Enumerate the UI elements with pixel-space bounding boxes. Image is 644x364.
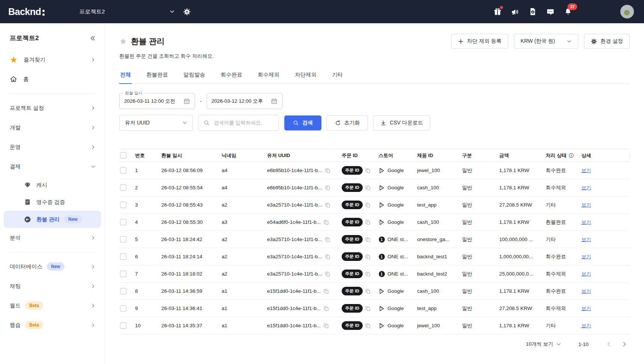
currency-select[interactable]: KRW (한국 원) — [514, 34, 578, 49]
copy-icon[interactable] — [365, 202, 371, 208]
detail-view-link[interactable]: 보기 — [581, 288, 591, 295]
sidebar-item-database[interactable]: 데이터베이스 New — [0, 257, 105, 276]
order-id-pill[interactable]: 주문 ID — [342, 287, 363, 295]
docs-icon[interactable] — [528, 7, 537, 16]
date-from-input[interactable]: 환불 일시 2026-03-11 12:00 오전 — [119, 93, 195, 109]
detail-view-link[interactable]: 보기 — [581, 236, 591, 243]
tab-all[interactable]: 전체 — [119, 71, 132, 84]
sidebar-item-analytics[interactable]: 분석 — [0, 228, 105, 247]
tab-recovery-complete[interactable]: 회수완료 — [220, 71, 243, 84]
chat-icon[interactable] — [545, 7, 555, 16]
tab-refund-complete[interactable]: 환불완료 — [146, 71, 169, 84]
calendar-icon[interactable] — [271, 98, 278, 105]
detail-view-link[interactable]: 보기 — [581, 202, 591, 208]
sidebar-item-development[interactable]: 개발 — [0, 118, 105, 137]
tab-other[interactable]: 기타 — [331, 71, 344, 84]
detail-view-link[interactable]: 보기 — [581, 305, 591, 312]
row-checkbox[interactable] — [120, 322, 126, 329]
search-input[interactable] — [213, 120, 274, 126]
detail-view-link[interactable]: 보기 — [581, 253, 591, 260]
sidebar-item-project-settings[interactable]: 프로젝트 설정 — [0, 98, 105, 118]
csv-download-button[interactable]: CSV 다운로드 — [373, 115, 430, 130]
sidebar-item-chat[interactable]: 채팅 — [0, 276, 105, 296]
project-settings-gear-icon[interactable] — [183, 8, 191, 16]
copy-icon[interactable] — [325, 185, 330, 190]
row-checkbox[interactable] — [120, 236, 126, 243]
previous-page-button[interactable] — [606, 341, 612, 347]
sidebar-item-webshop[interactable]: 웹숍 Beta — [0, 315, 105, 335]
reset-button[interactable]: 초기화 — [327, 115, 368, 130]
double-chevron-left-icon[interactable] — [90, 35, 96, 41]
favorite-star-icon[interactable] — [119, 37, 127, 45]
order-id-pill[interactable]: 주문 ID — [342, 183, 363, 192]
sidebar-item-favorites[interactable]: 즐겨찾기 — [0, 50, 105, 69]
avatar[interactable] — [620, 4, 634, 19]
copy-icon[interactable] — [325, 202, 330, 208]
search-type-select[interactable]: 유저 UUID — [119, 115, 193, 131]
sidebar-item-refund-management[interactable]: 환불 관리 New — [4, 211, 101, 228]
copy-icon[interactable] — [365, 237, 371, 242]
row-checkbox[interactable] — [120, 253, 126, 260]
row-checkbox[interactable] — [120, 219, 126, 225]
bell-icon[interactable]: 37 — [563, 7, 573, 16]
sidebar-item-world[interactable]: 월드 Beta — [0, 296, 105, 315]
sidebar-item-operations[interactable]: 운영 — [0, 137, 105, 157]
copy-icon[interactable] — [323, 323, 329, 328]
copy-icon[interactable] — [365, 185, 371, 190]
copy-icon[interactable] — [325, 168, 330, 173]
copy-icon[interactable] — [365, 168, 371, 173]
copy-icon[interactable] — [365, 288, 371, 294]
megaphone-icon[interactable] — [510, 7, 520, 16]
order-id-pill[interactable]: 주문 ID — [342, 304, 363, 313]
row-checkbox[interactable] — [120, 305, 126, 312]
copy-icon[interactable] — [323, 306, 329, 311]
gift-icon[interactable] — [492, 7, 502, 16]
project-selector[interactable]: 프로젝트2 — [79, 8, 175, 15]
block-exclude-register-button[interactable]: 차단 제외 등록 — [451, 34, 508, 49]
row-checkbox[interactable] — [120, 202, 126, 208]
tab-notification-sent[interactable]: 알림발송 — [183, 71, 206, 84]
copy-icon[interactable] — [365, 271, 371, 277]
copy-icon[interactable] — [325, 254, 330, 259]
environment-settings-button[interactable]: 환경 설정 — [584, 34, 630, 49]
detail-view-link[interactable]: 보기 — [581, 322, 591, 329]
copy-icon[interactable] — [323, 288, 329, 294]
row-checkbox[interactable] — [120, 184, 126, 191]
order-id-pill[interactable]: 주문 ID — [342, 201, 363, 209]
order-id-pill[interactable]: 주문 ID — [342, 252, 363, 261]
copy-icon[interactable] — [323, 219, 329, 225]
copy-icon[interactable] — [325, 271, 330, 277]
info-icon[interactable] — [569, 153, 574, 158]
sidebar-item-payments[interactable]: 결제 — [0, 157, 105, 176]
date-to-input[interactable]: 2026-03-12 12:00 오후 — [207, 93, 282, 109]
copy-icon[interactable] — [365, 219, 371, 225]
next-page-button[interactable] — [621, 341, 627, 347]
order-id-pill[interactable]: 주문 ID — [342, 321, 363, 330]
copy-icon[interactable] — [365, 323, 371, 328]
row-checkbox[interactable] — [120, 271, 126, 277]
sidebar-item-cash[interactable]: 캐시 — [0, 176, 105, 193]
detail-view-link[interactable]: 보기 — [581, 184, 591, 191]
table-row: 9 26-03-11 14:36:41 a1 e15f1dd0-1c4e-11f… — [119, 300, 630, 317]
copy-icon[interactable] — [365, 254, 371, 259]
detail-view-link[interactable]: 보기 — [581, 271, 591, 277]
detail-view-link[interactable]: 보기 — [581, 219, 591, 226]
row-checkbox[interactable] — [120, 167, 126, 174]
tab-recovery-excluded[interactable]: 회수제외 — [257, 71, 280, 84]
select-all-checkbox[interactable] — [120, 152, 126, 159]
copy-icon[interactable] — [365, 306, 371, 311]
calendar-icon[interactable] — [183, 98, 190, 105]
order-id-pill[interactable]: 주문 ID — [342, 166, 363, 175]
sidebar-item-home[interactable]: 홈 — [0, 69, 105, 89]
backnd-logo[interactable]: Backnd — [8, 6, 45, 17]
tab-block-excluded[interactable]: 차단제외 — [294, 71, 317, 84]
order-id-pill[interactable]: 주문 ID — [342, 235, 363, 244]
page-size-select[interactable]: 10개씩 보기 — [526, 341, 561, 348]
search-button[interactable]: 검색 — [284, 115, 321, 130]
row-checkbox[interactable] — [120, 288, 126, 294]
order-id-pill[interactable]: 주문 ID — [342, 218, 363, 226]
order-id-pill[interactable]: 주문 ID — [342, 270, 363, 278]
copy-icon[interactable] — [325, 237, 330, 242]
sidebar-item-receipt-verification[interactable]: 영수증 검증 — [0, 193, 105, 211]
detail-view-link[interactable]: 보기 — [581, 167, 591, 174]
